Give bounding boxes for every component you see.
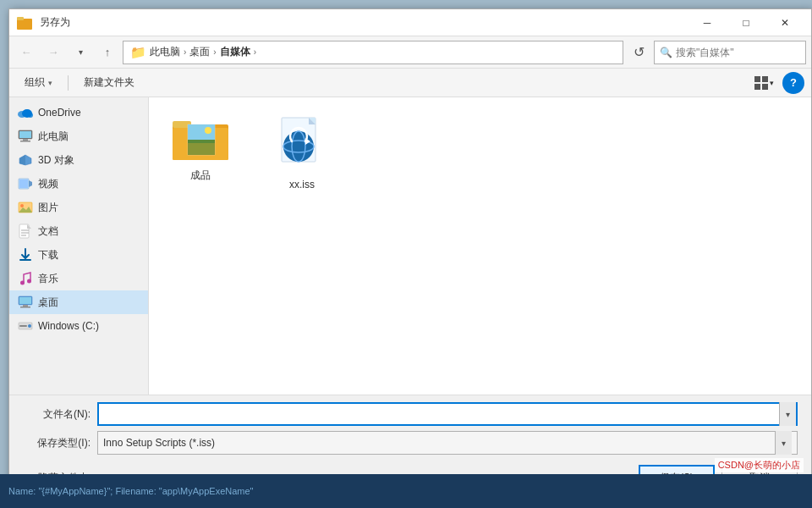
filetype-dropdown-button[interactable]: ▾: [775, 431, 792, 455]
address-path[interactable]: 📁 此电脑 › 桌面 › 自媒体 ›: [123, 41, 623, 64]
svg-marker-22: [27, 224, 31, 229]
file-item-iss[interactable]: xx.iss: [264, 111, 340, 196]
search-box[interactable]: 🔍: [654, 41, 806, 64]
filename-dropdown-button[interactable]: ▾: [779, 402, 796, 426]
svg-point-47: [283, 131, 314, 162]
path-part-desktop[interactable]: 桌面: [189, 45, 210, 59]
refresh-button[interactable]: ↺: [627, 41, 650, 64]
video-label: 视频: [38, 177, 58, 191]
filetype-label: 保存类型(I):: [23, 436, 91, 450]
downloads-icon: [18, 247, 33, 262]
file-item-folder[interactable]: 成品: [162, 111, 239, 188]
svg-point-28: [27, 279, 31, 284]
svg-rect-32: [20, 306, 30, 308]
sidebar-item-pictures[interactable]: 图片: [9, 196, 148, 219]
filetype-value: Inno Setup Scripts (*.iss): [103, 437, 775, 449]
view-icon: [754, 76, 768, 90]
pictures-label: 图片: [38, 201, 58, 215]
search-input[interactable]: [676, 47, 800, 58]
sidebar-item-3d[interactable]: 3D 对象: [9, 148, 148, 172]
dropdown-nav-button[interactable]: ▾: [69, 41, 92, 64]
filetype-dropdown[interactable]: Inno Setup Scripts (*.iss) ▾: [97, 431, 798, 455]
documents-icon: [18, 224, 33, 239]
3d-label: 3D 对象: [38, 153, 74, 168]
svg-rect-35: [19, 325, 27, 327]
svg-rect-43: [173, 143, 228, 160]
drive-icon: [18, 318, 33, 334]
organize-dropdown-arrow: ▾: [48, 79, 52, 87]
view-dropdown-arrow: ▾: [770, 79, 774, 87]
view-button[interactable]: ▾: [749, 72, 779, 94]
mypc-label: 此电脑: [38, 130, 69, 144]
svg-marker-16: [29, 180, 32, 187]
toolbar: 组织 ▾ 新建文件夹 ▾ ?: [9, 69, 811, 97]
path-part-media[interactable]: 自媒体: [220, 45, 250, 59]
organize-button[interactable]: 组织 ▾: [16, 72, 61, 94]
window-controls: ─ □ ✕: [688, 9, 804, 36]
svg-rect-12: [20, 141, 30, 142]
pictures-icon: [18, 200, 33, 215]
music-icon: [18, 271, 33, 286]
svg-rect-5: [762, 84, 768, 90]
window-icon: [16, 14, 33, 31]
toolbar-separator: [68, 75, 69, 91]
svg-rect-10: [19, 131, 31, 138]
video-icon: [18, 176, 33, 191]
help-button[interactable]: ?: [782, 72, 804, 94]
folder-large-icon: [171, 116, 230, 163]
music-label: 音乐: [38, 272, 58, 286]
sidebar-item-mypc[interactable]: 此电脑: [9, 124, 148, 148]
bottom-bar: Name: "{#MyAppName}"; Filename: "app\MyA…: [0, 474, 812, 508]
sidebar-item-onedrive[interactable]: OneDrive: [9, 101, 148, 124]
drive-label: Windows (C:): [38, 320, 99, 332]
path-part-computer[interactable]: 此电脑: [150, 45, 180, 59]
chevron-icon-3: ›: [254, 47, 256, 57]
chevron-icon-1: ›: [184, 47, 186, 57]
filename-row: 文件名(N): ▾: [23, 402, 798, 426]
svg-point-19: [20, 204, 24, 207]
sidebar-item-drive[interactable]: Windows (C:): [9, 314, 148, 338]
main-content: OneDrive 此电脑: [9, 97, 811, 395]
forward-button[interactable]: →: [41, 41, 65, 64]
svg-rect-2: [754, 76, 760, 82]
new-folder-label: 新建文件夹: [84, 75, 134, 90]
up-button[interactable]: ↑: [96, 41, 119, 64]
svg-point-27: [20, 281, 25, 285]
file-label-folder: 成品: [190, 168, 211, 183]
svg-rect-1: [17, 17, 24, 20]
file-area: 成品: [149, 97, 811, 395]
file-label-iss: xx.iss: [289, 179, 315, 190]
sidebar-item-documents[interactable]: 文档: [9, 219, 148, 243]
organize-label: 组织: [25, 75, 45, 90]
minimize-button[interactable]: ─: [688, 9, 727, 36]
filename-input[interactable]: [99, 408, 779, 420]
close-button[interactable]: ✕: [765, 9, 804, 36]
new-folder-button[interactable]: 新建文件夹: [75, 72, 143, 94]
svg-rect-30: [19, 297, 31, 304]
filename-label: 文件名(N):: [23, 407, 91, 422]
addressbar: ← → ▾ ↑ 📁 此电脑 › 桌面 › 自媒体 › ↺ 🔍: [9, 36, 811, 69]
maximize-button[interactable]: □: [727, 9, 765, 36]
downloads-label: 下载: [38, 248, 58, 262]
dialog-title: 另存为: [40, 15, 688, 30]
svg-rect-4: [754, 84, 760, 90]
filetype-row: 保存类型(I): Inno Setup Scripts (*.iss) ▾: [23, 431, 798, 455]
folder-icon: 📁: [130, 45, 146, 60]
desktop-label: 桌面: [38, 295, 58, 310]
sidebar-item-desktop[interactable]: 桌面: [9, 290, 148, 314]
watermark: CSDN@长萌的小店: [715, 458, 804, 472]
sidebar-item-video[interactable]: 视频: [9, 172, 148, 196]
sidebar-item-music[interactable]: 音乐: [9, 267, 148, 290]
bottom-bar-text: Name: "{#MyAppName}"; Filename: "app\MyA…: [8, 486, 254, 496]
desktop-icon: [18, 295, 33, 310]
svg-rect-3: [762, 76, 768, 82]
chevron-icon-2: ›: [213, 47, 216, 57]
back-button[interactable]: ←: [14, 41, 38, 64]
save-dialog: 另存为 ─ □ ✕ ← → ▾ ↑ 📁 此电脑 › 桌面 › 自媒体 › ↺ 🔍: [8, 8, 812, 500]
file-large-icon: [278, 116, 326, 174]
svg-rect-11: [23, 139, 28, 141]
documents-label: 文档: [38, 224, 58, 239]
sidebar-item-downloads[interactable]: 下载: [9, 243, 148, 267]
svg-rect-17: [19, 179, 28, 188]
onedrive-icon: [18, 105, 33, 120]
